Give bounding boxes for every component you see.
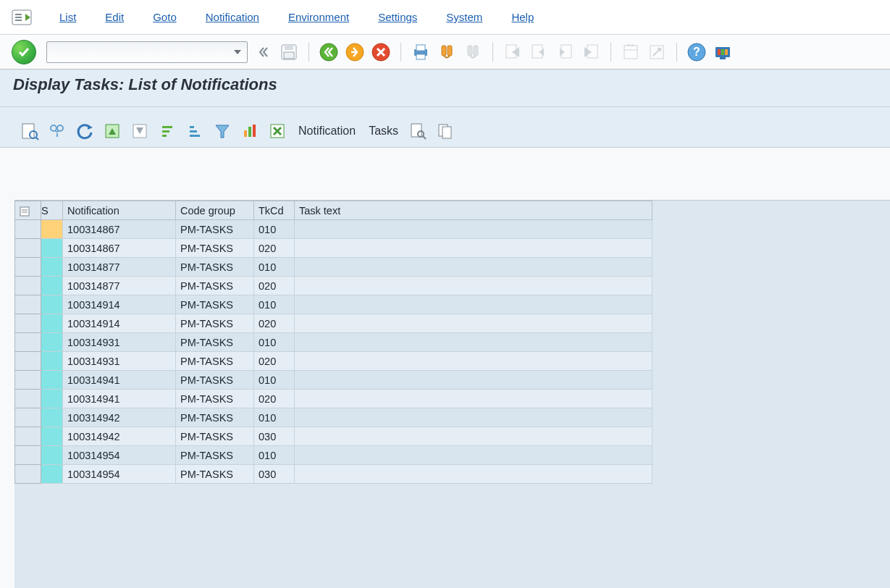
- new-session-icon[interactable]: [620, 41, 642, 63]
- cell-notification[interactable]: 100314954: [63, 465, 176, 484]
- cell-code-group[interactable]: PM-TASKS: [176, 446, 254, 465]
- last-page-icon[interactable]: [580, 41, 602, 63]
- cell-task-text[interactable]: [295, 220, 652, 239]
- cell-tkcd[interactable]: 010: [254, 258, 295, 277]
- row-selector[interactable]: [15, 446, 41, 465]
- column-header-notification[interactable]: Notification: [63, 201, 176, 220]
- row-selector[interactable]: [15, 258, 41, 277]
- table-row[interactable]: 100314931PM-TASKS020: [15, 352, 652, 371]
- cell-code-group[interactable]: PM-TASKS: [176, 352, 254, 371]
- export-spreadsheet-icon[interactable]: [266, 120, 288, 142]
- cell-tkcd[interactable]: 030: [254, 465, 295, 484]
- cell-task-text[interactable]: [295, 371, 652, 390]
- find-next-icon[interactable]: [462, 41, 484, 63]
- menu-help[interactable]: Help: [511, 11, 534, 23]
- cell-notification[interactable]: 100314941: [63, 371, 176, 390]
- cell-code-group[interactable]: PM-TASKS: [176, 314, 254, 333]
- cell-task-text[interactable]: [295, 446, 652, 465]
- cell-notification[interactable]: 100314941: [63, 390, 176, 408]
- cell-notification[interactable]: 100314914: [63, 295, 176, 314]
- cell-tkcd[interactable]: 010: [254, 220, 295, 239]
- cancel-icon[interactable]: [370, 41, 392, 63]
- cell-notification[interactable]: 100314931: [63, 352, 176, 371]
- table-row[interactable]: 100314877PM-TASKS010: [15, 258, 652, 277]
- cell-notification[interactable]: 100314867: [63, 220, 176, 239]
- row-selector[interactable]: [15, 314, 41, 333]
- row-selector[interactable]: [15, 390, 41, 408]
- cell-task-text[interactable]: [295, 277, 652, 295]
- find-icon[interactable]: [436, 41, 458, 63]
- cell-notification[interactable]: 100314954: [63, 446, 176, 465]
- column-header-tkcd[interactable]: TkCd: [254, 201, 295, 220]
- row-selector[interactable]: [15, 295, 41, 314]
- table-row[interactable]: 100314941PM-TASKS010: [15, 371, 652, 390]
- cell-task-text[interactable]: [295, 352, 652, 371]
- layout-icon[interactable]: [712, 41, 734, 63]
- table-row[interactable]: 100314954PM-TASKS030: [15, 465, 652, 484]
- refresh-icon[interactable]: [74, 120, 96, 142]
- cell-code-group[interactable]: PM-TASKS: [176, 427, 254, 446]
- cell-code-group[interactable]: PM-TASKS: [176, 408, 254, 427]
- table-row[interactable]: 100314942PM-TASKS030: [15, 427, 652, 446]
- cell-code-group[interactable]: PM-TASKS: [176, 239, 254, 258]
- menu-settings[interactable]: Settings: [378, 11, 417, 23]
- menu-logo-icon[interactable]: [12, 9, 32, 25]
- save-icon[interactable]: [278, 41, 300, 63]
- cell-code-group[interactable]: PM-TASKS: [176, 220, 254, 239]
- details-icon[interactable]: [19, 120, 41, 142]
- deselect-all-icon[interactable]: [129, 120, 151, 142]
- menu-goto[interactable]: Goto: [153, 11, 177, 23]
- column-header-status[interactable]: S: [41, 201, 63, 220]
- cell-notification[interactable]: 100314867: [63, 239, 176, 258]
- graphic-icon[interactable]: [239, 120, 261, 142]
- cell-code-group[interactable]: PM-TASKS: [176, 277, 254, 295]
- table-row[interactable]: 100314877PM-TASKS020: [15, 277, 652, 295]
- next-page-icon[interactable]: [554, 41, 576, 63]
- cell-tkcd[interactable]: 010: [254, 333, 295, 352]
- row-selector[interactable]: [15, 220, 41, 239]
- row-selector[interactable]: [15, 427, 41, 446]
- table-row[interactable]: 100314941PM-TASKS020: [15, 390, 652, 408]
- cell-tkcd[interactable]: 010: [254, 408, 295, 427]
- column-header-code-group[interactable]: Code group: [176, 201, 254, 220]
- cell-code-group[interactable]: PM-TASKS: [176, 390, 254, 408]
- cell-tkcd[interactable]: 020: [254, 239, 295, 258]
- first-page-icon[interactable]: [502, 41, 524, 63]
- help-icon[interactable]: ?: [686, 41, 708, 63]
- cell-code-group[interactable]: PM-TASKS: [176, 333, 254, 352]
- cell-tkcd[interactable]: 020: [254, 277, 295, 295]
- choose-icon[interactable]: [46, 120, 68, 142]
- row-selector[interactable]: [15, 333, 41, 352]
- cell-task-text[interactable]: [295, 314, 652, 333]
- cell-tkcd[interactable]: 020: [254, 390, 295, 408]
- cell-tkcd[interactable]: 020: [254, 352, 295, 371]
- row-selector[interactable]: [15, 371, 41, 390]
- row-selector[interactable]: [15, 465, 41, 484]
- menu-system[interactable]: System: [446, 11, 482, 23]
- cell-notification[interactable]: 100314877: [63, 258, 176, 277]
- cell-notification[interactable]: 100314877: [63, 277, 176, 295]
- enter-button[interactable]: [12, 40, 36, 64]
- select-all-icon[interactable]: [101, 120, 123, 142]
- cell-notification[interactable]: 100314942: [63, 427, 176, 446]
- cell-task-text[interactable]: [295, 258, 652, 277]
- cell-tkcd[interactable]: 010: [254, 446, 295, 465]
- cell-code-group[interactable]: PM-TASKS: [176, 371, 254, 390]
- shortcut-icon[interactable]: [646, 41, 668, 63]
- sort-ascending-icon[interactable]: [156, 120, 178, 142]
- menu-edit[interactable]: Edit: [105, 11, 124, 23]
- menu-list[interactable]: List: [59, 11, 76, 23]
- cell-task-text[interactable]: [295, 408, 652, 427]
- cell-tkcd[interactable]: 010: [254, 295, 295, 314]
- row-selector[interactable]: [15, 239, 41, 258]
- exit-icon[interactable]: [344, 41, 366, 63]
- table-row[interactable]: 100314954PM-TASKS010: [15, 446, 652, 465]
- sort-descending-icon[interactable]: [184, 120, 206, 142]
- row-selector[interactable]: [15, 408, 41, 427]
- cell-notification[interactable]: 100314914: [63, 314, 176, 333]
- table-row[interactable]: 100314931PM-TASKS010: [15, 333, 652, 352]
- cell-task-text[interactable]: [295, 295, 652, 314]
- column-header-task-text[interactable]: Task text: [295, 201, 652, 220]
- cell-task-text[interactable]: [295, 465, 652, 484]
- row-selector[interactable]: [15, 352, 41, 371]
